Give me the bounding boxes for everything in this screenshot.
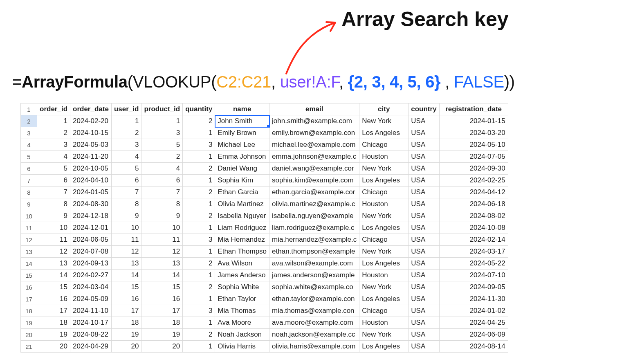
cell-quantity[interactable]: 2 xyxy=(183,163,215,175)
cell-name[interactable]: Ava Wilson xyxy=(215,258,269,270)
row-number[interactable]: 8 xyxy=(21,186,37,198)
cell-order-date[interactable]: 2024-10-05 xyxy=(70,163,112,175)
cell-name[interactable]: Emma Johnson xyxy=(215,151,269,163)
cell-email[interactable]: liam.rodriguez@example.c xyxy=(269,222,359,234)
cell-order-id[interactable]: 16 xyxy=(37,293,70,305)
cell-user-id[interactable]: 11 xyxy=(111,234,141,246)
row-number[interactable]: 4 xyxy=(21,139,37,151)
row-number[interactable]: 9 xyxy=(21,198,37,210)
cell-name[interactable]: John Smith xyxy=(215,115,269,127)
cell-product-id[interactable]: 7 xyxy=(141,186,183,198)
cell-country[interactable]: USA xyxy=(409,234,439,246)
cell-name[interactable]: Liam Rodriguez xyxy=(215,222,269,234)
cell-user-id[interactable]: 10 xyxy=(111,222,141,234)
spreadsheet-grid[interactable]: 1 order_id order_date user_id product_id… xyxy=(20,103,508,353)
cell-order-date[interactable]: 2024-02-20 xyxy=(70,115,112,127)
header-product-id[interactable]: product_id xyxy=(141,103,183,115)
cell-registration-date[interactable]: 2024-11-30 xyxy=(439,293,508,305)
cell-name[interactable]: Olivia Harris xyxy=(215,341,269,353)
cell-user-id[interactable]: 17 xyxy=(111,305,141,317)
cell-city[interactable]: New York xyxy=(359,163,409,175)
cell-order-date[interactable]: 2024-08-30 xyxy=(70,198,112,210)
row-number[interactable]: 18 xyxy=(21,305,37,317)
cell-name[interactable]: Sophia Kim xyxy=(215,175,269,186)
cell-name[interactable]: Mia Thomas xyxy=(215,305,269,317)
cell-product-id[interactable]: 3 xyxy=(141,127,183,139)
cell-city[interactable]: New York xyxy=(359,210,409,222)
cell-country[interactable]: USA xyxy=(409,281,439,293)
cell-user-id[interactable]: 15 xyxy=(111,281,141,293)
cell-registration-date[interactable]: 2024-04-12 xyxy=(439,186,508,198)
cell-country[interactable]: USA xyxy=(409,175,439,186)
cell-order-date[interactable]: 2024-10-17 xyxy=(70,317,112,329)
cell-country[interactable]: USA xyxy=(409,198,439,210)
cell-user-id[interactable]: 16 xyxy=(111,293,141,305)
cell-user-id[interactable]: 3 xyxy=(111,139,141,151)
cell-order-id[interactable]: 13 xyxy=(37,258,70,270)
cell-email[interactable]: daniel.wang@example.cor xyxy=(269,163,359,175)
cell-email[interactable]: olivia.harris@example.com xyxy=(269,341,359,353)
row-number[interactable]: 11 xyxy=(21,222,37,234)
cell-user-id[interactable]: 7 xyxy=(111,186,141,198)
cell-order-id[interactable]: 14 xyxy=(37,270,70,281)
cell-order-id[interactable]: 12 xyxy=(37,246,70,258)
cell-order-id[interactable]: 4 xyxy=(37,151,70,163)
cell-email[interactable]: noah.jackson@example.cc xyxy=(269,329,359,341)
row-number[interactable]: 10 xyxy=(21,210,37,222)
row-number[interactable]: 20 xyxy=(21,329,37,341)
header-order-date[interactable]: order_date xyxy=(70,103,112,115)
cell-email[interactable]: michael.lee@example.com xyxy=(269,139,359,151)
cell-email[interactable]: isabella.nguyen@example xyxy=(269,210,359,222)
cell-quantity[interactable]: 1 xyxy=(183,293,215,305)
cell-city[interactable]: Houston xyxy=(359,317,409,329)
cell-order-date[interactable]: 2024-04-29 xyxy=(70,341,112,353)
cell-order-id[interactable]: 19 xyxy=(37,329,70,341)
cell-country[interactable]: USA xyxy=(409,139,439,151)
cell-registration-date[interactable]: 2024-03-20 xyxy=(439,127,508,139)
row-number[interactable]: 17 xyxy=(21,293,37,305)
cell-registration-date[interactable]: 2024-05-10 xyxy=(439,139,508,151)
cell-registration-date[interactable]: 2024-07-10 xyxy=(439,270,508,281)
cell-email[interactable]: mia.hernandez@example.c xyxy=(269,234,359,246)
cell-email[interactable]: emma.johnson@example.c xyxy=(269,151,359,163)
cell-name[interactable]: Ethan Garcia xyxy=(215,186,269,198)
cell-registration-date[interactable]: 2024-02-14 xyxy=(439,234,508,246)
cell-name[interactable]: Emily Brown xyxy=(215,127,269,139)
cell-user-id[interactable]: 18 xyxy=(111,317,141,329)
cell-country[interactable]: USA xyxy=(409,270,439,281)
cell-country[interactable]: USA xyxy=(409,115,439,127)
cell-country[interactable]: USA xyxy=(409,341,439,353)
cell-city[interactable]: New York xyxy=(359,246,409,258)
cell-user-id[interactable]: 9 xyxy=(111,210,141,222)
row-number-header[interactable]: 1 xyxy=(21,103,37,115)
row-number[interactable]: 3 xyxy=(21,127,37,139)
cell-user-id[interactable]: 8 xyxy=(111,198,141,210)
cell-product-id[interactable]: 12 xyxy=(141,246,183,258)
cell-country[interactable]: USA xyxy=(409,210,439,222)
cell-name[interactable]: Ava Moore xyxy=(215,317,269,329)
cell-order-id[interactable]: 20 xyxy=(37,341,70,353)
cell-city[interactable]: Los Angeles xyxy=(359,222,409,234)
cell-name[interactable]: Olivia Martinez xyxy=(215,198,269,210)
cell-order-id[interactable]: 11 xyxy=(37,234,70,246)
cell-product-id[interactable]: 15 xyxy=(141,281,183,293)
cell-order-date[interactable]: 2024-07-08 xyxy=(70,246,112,258)
cell-registration-date[interactable]: 2024-06-18 xyxy=(439,198,508,210)
cell-user-id[interactable]: 20 xyxy=(111,341,141,353)
cell-product-id[interactable]: 18 xyxy=(141,317,183,329)
cell-order-id[interactable]: 2 xyxy=(37,127,70,139)
cell-registration-date[interactable]: 2024-10-08 xyxy=(439,222,508,234)
cell-order-date[interactable]: 2024-11-10 xyxy=(70,305,112,317)
cell-name[interactable]: Sophia White xyxy=(215,281,269,293)
header-country[interactable]: country xyxy=(409,103,439,115)
cell-country[interactable]: USA xyxy=(409,163,439,175)
cell-product-id[interactable]: 5 xyxy=(141,139,183,151)
cell-name[interactable]: Michael Lee xyxy=(215,139,269,151)
cell-order-id[interactable]: 3 xyxy=(37,139,70,151)
cell-order-date[interactable]: 2024-04-10 xyxy=(70,175,112,186)
row-number[interactable]: 16 xyxy=(21,281,37,293)
header-order-id[interactable]: order_id xyxy=(37,103,70,115)
cell-city[interactable]: Houston xyxy=(359,198,409,210)
cell-order-id[interactable]: 18 xyxy=(37,317,70,329)
cell-registration-date[interactable]: 2024-07-05 xyxy=(439,151,508,163)
